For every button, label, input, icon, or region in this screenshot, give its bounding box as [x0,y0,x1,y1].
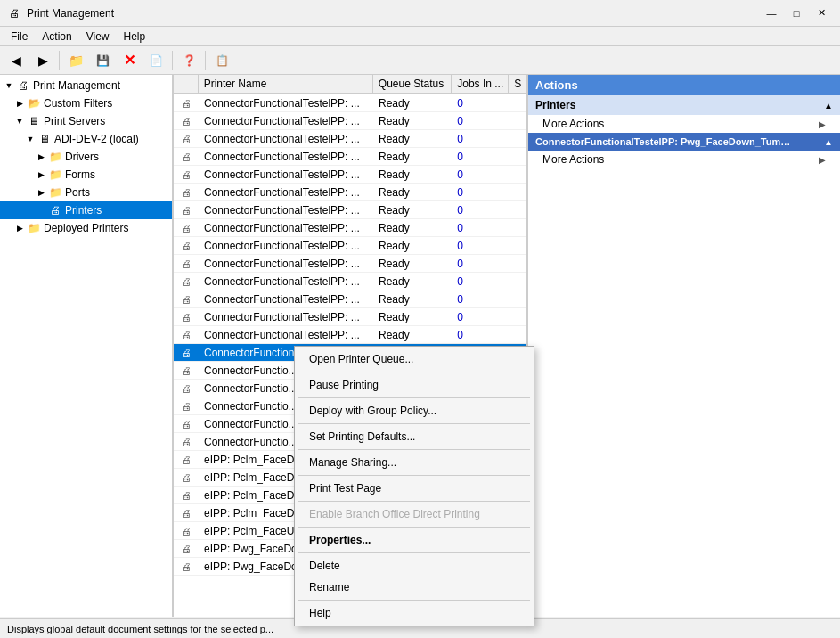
tree-label-ports: Ports [65,186,90,199]
actions-section-printer-detail[interactable]: ConnectorFunctionalTestelPP: Pwg_FaceDow… [528,133,840,151]
table-row[interactable]: 🖨ConnectorFunctionalTestelPP: ...Ready0 [174,273,526,290]
menu-bar: File Action View Help [0,27,840,46]
print-button[interactable]: 📄 [143,49,168,72]
printer-jobs-cell: 0 [452,310,509,324]
tree-item-custom-filters[interactable]: ▶ 📂 Custom Filters [0,94,172,112]
actions-item-more-actions-detail[interactable]: More Actions ▶ [528,151,840,168]
printer-row-icon: 🖨 [182,276,192,287]
delete-button[interactable]: ✕ [117,49,142,72]
printer-status-cell: Ready [373,185,452,200]
custom-filters-icon: 📂 [27,96,41,110]
table-row[interactable]: 🖨ConnectorFunctionalTestelPP: ...Ready0 [174,184,526,201]
printer-status-cell: Ready [373,150,452,164]
ctx-set-printing-defaults[interactable]: Set Printing Defaults... [295,426,534,447]
actions-item-more-actions-detail-label: More Actions [542,153,604,166]
col-header-printer-name[interactable]: Printer Name [199,75,373,93]
actions-section-printers[interactable]: Printers ▲ [528,95,840,115]
tree-item-drivers[interactable]: ▶ 📁 Drivers [0,148,172,166]
printer-name-cell: ConnectorFunctionalTestelPP: ... [199,274,373,289]
tree-pane: ▼ 🖨 Print Management ▶ 📂 Custom Filters … [0,75,174,617]
printers-icon: 🖨 [48,203,62,217]
printer-jobs-cell: 0 [452,96,509,110]
table-row[interactable]: 🖨ConnectorFunctionalTestelPP: ...Ready0 [174,255,526,273]
table-row[interactable]: 🖨ConnectorFunctionalTestelPP: ...Ready0 [174,326,526,344]
table-row[interactable]: 🖨ConnectorFunctionalTestelPP: ...Ready0 [174,148,526,166]
table-row[interactable]: 🖨ConnectorFunctionalTestelPP: ...Ready0 [174,112,526,130]
printer-row-icon: 🖨 [182,401,192,412]
toolbar-sep-2 [172,51,173,70]
menu-action[interactable]: Action [35,29,78,45]
ctx-pause-printing[interactable]: Pause Printing [295,374,534,396]
printer-extra-cell [509,316,526,318]
printer-jobs-cell: 0 [452,257,509,271]
printer-row-icon: 🖨 [182,187,192,198]
tree-item-deployed-printers[interactable]: ▶ 📁 Deployed Printers [0,219,172,237]
menu-file[interactable]: File [4,29,35,45]
printer-icon-cell: 🖨 [174,204,199,217]
table-row[interactable]: 🖨ConnectorFunctionalTestelPP: ...Ready0 [174,166,526,184]
ctx-sep-6 [298,501,530,502]
tree-label-drivers: Drivers [65,151,99,163]
tree-item-forms[interactable]: ▶ 📁 Forms [0,166,172,184]
table-row[interactable]: 🖨ConnectorFunctionalTestelPP: ...Ready0 [174,219,526,237]
ctx-help[interactable]: Help [295,602,534,624]
tree-label-print-servers: Print Servers [44,115,105,127]
tree-item-print-servers[interactable]: ▼ 🖥 Print Servers [0,112,172,130]
col-header-queue-status[interactable]: Queue Status [373,75,452,93]
close-button[interactable]: ✕ [810,4,833,22]
ctx-print-test-page[interactable]: Print Test Page [295,478,534,499]
back-button[interactable]: ◀ [4,49,29,72]
ctx-open-printer-queue[interactable]: Open Printer Queue... [295,348,534,370]
actions-section-printers-arrow: ▲ [824,101,833,110]
ctx-delete[interactable]: Delete [295,555,534,577]
table-row[interactable]: 🖨ConnectorFunctionalTestelPP: ...Ready0 [174,290,526,308]
printer-row-icon: 🖨 [182,223,192,233]
ctx-sep-1 [298,372,530,372]
printer-icon-cell: 🖨 [174,418,199,430]
printer-row-icon: 🖨 [182,437,192,447]
forward-button[interactable]: ▶ [30,49,55,72]
col-header-s[interactable]: S [509,75,526,93]
table-row[interactable]: 🖨ConnectorFunctionalTestelPP: ...Ready0 [174,201,526,219]
printer-status-cell: Ready [373,310,452,324]
adi-dev2-icon: 🖥 [37,132,52,146]
ctx-manage-sharing[interactable]: Manage Sharing... [295,452,534,473]
tree-item-adi-dev2[interactable]: ▼ 🖥 ADI-DEV-2 (local) [0,130,172,148]
printer-jobs-cell: 0 [452,239,509,253]
tree-item-print-management[interactable]: ▼ 🖨 Print Management [0,77,172,94]
save-button[interactable]: 💾 [90,49,115,72]
menu-view[interactable]: View [79,29,117,45]
printer-icon-cell: 🖨 [174,454,199,466]
printer-jobs-cell: 0 [452,292,509,307]
actions-item-more-actions-printers[interactable]: More Actions ▶ [528,115,840,133]
printer-extra-cell [509,192,526,193]
help-button[interactable]: ❓ [176,49,201,72]
table-row[interactable]: 🖨ConnectorFunctionalTestelPP: ...Ready0 [174,308,526,326]
printer-row-icon: 🖨 [182,383,192,394]
table-row[interactable]: 🖨ConnectorFunctionalTestelPP: ...Ready0 [174,94,526,112]
toolbar-sep-1 [59,51,60,70]
printer-status-cell: Ready [373,239,452,253]
printer-row-icon: 🖨 [182,116,192,127]
open-button[interactable]: 📁 [63,49,88,72]
menu-help[interactable]: Help [117,29,153,45]
printer-status-cell: Ready [373,96,452,110]
ctx-sep-5 [298,475,530,476]
printer-extra-cell [509,174,526,176]
ctx-deploy-group-policy[interactable]: Deploy with Group Policy... [295,400,534,421]
minimize-button[interactable]: — [760,4,783,22]
col-header-jobs[interactable]: Jobs In ... [452,75,509,93]
tree-item-ports[interactable]: ▶ 📁 Ports [0,184,172,201]
table-row[interactable]: 🖨ConnectorFunctionalTestelPP: ...Ready0 [174,130,526,148]
col-header-icon[interactable] [174,75,199,93]
options-button[interactable]: 📋 [209,49,234,72]
maximize-button[interactable]: □ [785,4,808,22]
printer-icon-cell: 🖨 [174,186,199,199]
ctx-properties[interactable]: Properties... [295,529,534,551]
actions-pane: Actions Printers ▲ More Actions ▶ Connec… [528,75,840,617]
printer-name-cell: ConnectorFunctionalTestelPP: ... [199,292,373,307]
ctx-rename[interactable]: Rename [295,577,534,598]
printer-row-icon: 🖨 [182,312,192,323]
table-row[interactable]: 🖨ConnectorFunctionalTestelPP: ...Ready0 [174,237,526,255]
tree-item-printers[interactable]: ▶ 🖨 Printers [0,201,172,219]
